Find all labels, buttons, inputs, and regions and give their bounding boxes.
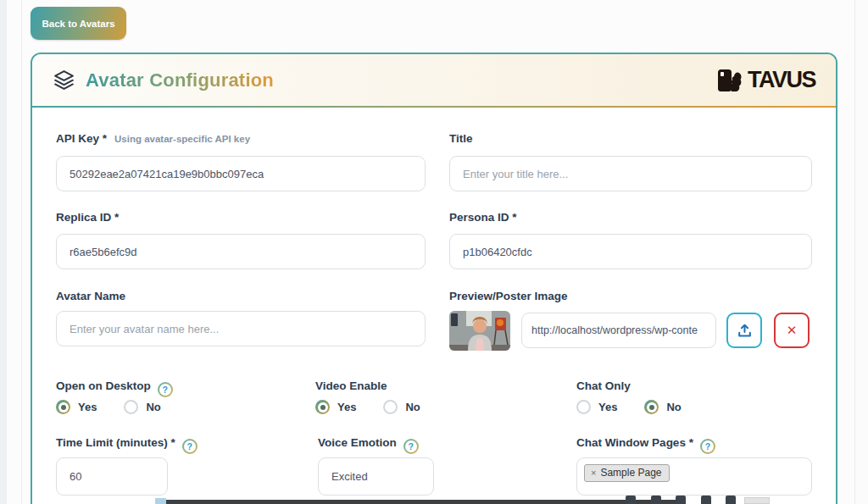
remove-image-button[interactable]: ✕ <box>774 313 810 348</box>
time-limit-input[interactable] <box>56 457 168 496</box>
avatar-name-label: Avatar Name <box>56 290 125 302</box>
tavus-logo-text: TAVUS <box>748 67 815 93</box>
replica-id-label: Replica ID * <box>56 211 119 224</box>
persona-id-input[interactable] <box>449 234 812 269</box>
chat-only-yes[interactable]: Yes <box>576 400 617 414</box>
cutoff-button <box>744 497 770 504</box>
page: Back to Avatars Avatar Configuration <box>0 0 868 504</box>
poster-image-label: Preview/Poster Image <box>449 290 568 302</box>
cutoff-toolbar-icon <box>676 496 686 504</box>
radio-label: Yes <box>337 401 356 413</box>
selected-page-chip: × Sample Page <box>584 464 670 482</box>
open-on-desktop-no[interactable]: No <box>124 400 160 414</box>
chat-only-label: Chat Only <box>576 379 631 392</box>
video-enable-no[interactable]: No <box>383 400 420 414</box>
radio-label: Yes <box>598 401 617 413</box>
radio-unchecked-icon[interactable] <box>124 400 138 414</box>
layers-icon <box>53 69 75 91</box>
radio-label: No <box>405 401 420 413</box>
header-underline <box>32 106 836 108</box>
page-left-gutter <box>0 0 7 504</box>
chat-window-pages-multiselect[interactable]: × Sample Page <box>576 457 812 496</box>
title-label: Title <box>449 132 473 145</box>
radio-unchecked-icon[interactable] <box>576 400 591 414</box>
cutoff-toolbar-icon <box>701 496 711 504</box>
cutoff-editor-bar <box>166 500 678 504</box>
help-icon[interactable]: ? <box>403 439 419 454</box>
cutoff-toolbar-icon <box>626 496 636 504</box>
api-key-note: Using avatar-specific API key <box>114 134 250 144</box>
chat-only-no[interactable]: No <box>644 400 681 414</box>
chat-only-radio-group: Yes No <box>576 400 700 414</box>
voice-emotion-label: Voice Emotion? <box>318 436 419 454</box>
help-glyph: ? <box>159 384 171 396</box>
cutoff-toolbar-icon <box>651 496 661 504</box>
tavus-logo: TAVUS <box>717 67 815 93</box>
avatar-name-input[interactable] <box>56 311 426 346</box>
poster-thumbnail <box>449 311 510 351</box>
video-enable-label: Video Enable <box>315 379 387 392</box>
voice-emotion-input[interactable] <box>318 457 434 496</box>
help-icon[interactable]: ? <box>700 439 715 454</box>
radio-checked-icon[interactable] <box>315 400 330 414</box>
radio-checked-icon[interactable] <box>644 400 659 414</box>
chip-remove-icon[interactable]: × <box>591 468 596 478</box>
api-key-label: API Key *Using avatar-specific API key <box>56 132 250 145</box>
help-glyph: ? <box>184 440 196 452</box>
open-on-desktop-yes[interactable]: Yes <box>56 400 97 414</box>
persona-id-label: Persona ID * <box>449 211 517 224</box>
help-icon[interactable]: ? <box>182 439 198 454</box>
open-on-desktop-label: Open on Desktop? <box>56 379 173 397</box>
api-key-input[interactable] <box>56 156 426 191</box>
chat-window-pages-label: Chat Window Pages *? <box>576 436 715 454</box>
card-header: Avatar Configuration TAVUS <box>32 54 836 106</box>
help-icon[interactable]: ? <box>158 382 173 397</box>
radio-label: Yes <box>78 401 97 413</box>
page-title: Avatar Configuration <box>86 69 274 91</box>
chat-window-pages-label-text: Chat Window Pages * <box>576 436 693 449</box>
close-icon: ✕ <box>787 323 798 338</box>
avatar-configuration-card: Avatar Configuration TAVUS API Key *Usin… <box>31 53 837 504</box>
api-key-label-text: API Key * <box>56 132 107 145</box>
cutoff-toolbar-icon <box>726 496 736 504</box>
video-enable-radio-group: Yes No <box>315 400 439 414</box>
radio-label: No <box>146 401 160 413</box>
cutoff-fragment <box>155 498 166 504</box>
radio-unchecked-icon[interactable] <box>383 400 398 414</box>
help-glyph: ? <box>702 440 714 452</box>
content-left-divider <box>21 0 22 504</box>
replica-id-input[interactable] <box>56 234 426 269</box>
upload-icon <box>737 323 753 339</box>
upload-image-button[interactable] <box>726 313 762 348</box>
open-on-desktop-label-text: Open on Desktop <box>56 379 151 392</box>
back-to-avatars-button[interactable]: Back to Avatars <box>31 7 126 40</box>
time-limit-label: Time Limit (minutes) *? <box>56 436 198 454</box>
open-on-desktop-radio-group: Yes No <box>56 400 180 414</box>
help-glyph: ? <box>405 440 417 452</box>
tavus-logo-icon <box>717 69 743 92</box>
title-input[interactable] <box>449 156 812 191</box>
video-enable-yes[interactable]: Yes <box>315 400 356 414</box>
scrollbar-track[interactable] <box>854 0 868 504</box>
radio-checked-icon[interactable] <box>56 400 70 414</box>
radio-label: No <box>666 401 681 413</box>
voice-emotion-label-text: Voice Emotion <box>318 436 397 449</box>
chip-label: Sample Page <box>600 467 661 479</box>
time-limit-label-text: Time Limit (minutes) * <box>56 436 175 449</box>
poster-url-input[interactable] <box>521 313 716 348</box>
